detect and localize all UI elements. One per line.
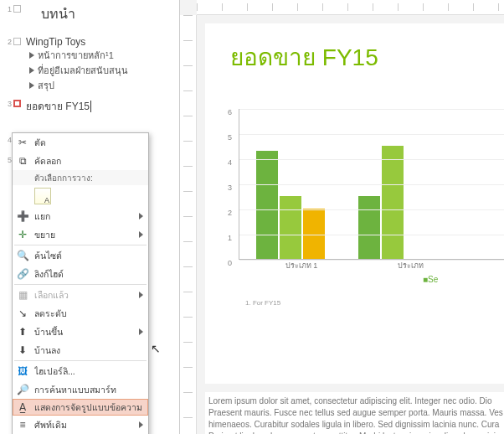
outline-bullet[interactable]: หน้าการขายหลัก¹1 [29, 48, 179, 63]
context-menu: ✂ตัด ⧉คัดลอก ตัวเลือกการวาง: ➕แยก ✛ขยาย … [12, 132, 149, 434]
submenu-arrow-icon [139, 292, 143, 298]
submenu-arrow-icon [139, 328, 143, 335]
chart-bar[interactable] [280, 196, 301, 259]
outline-pane: 1 บทนำ 2 WingTip Toys หน้าการขายหลัก¹1 ท… [0, 0, 180, 434]
outline-bullet[interactable]: สรุป [29, 78, 179, 93]
plus-icon: ➕ [16, 209, 29, 223]
submenu-arrow-icon [139, 213, 143, 220]
menu-selected: ▦เลือกแล้ว [13, 286, 148, 304]
move-down-icon: ⬇ [16, 344, 29, 357]
menu-split[interactable]: ➕แยก [13, 207, 148, 225]
menu-link-hide[interactable]: 🔗ลิงก์ไฮด์ [13, 265, 148, 283]
menu-paste-header: ตัวเลือกการวาง: [13, 170, 148, 185]
vertical-ruler[interactable] [180, 15, 197, 434]
chart-category-label: ประเภท 1 [247, 260, 356, 271]
chart-ytick: 2 [228, 209, 232, 217]
outline-header: บทนำ [41, 3, 179, 24]
hyperlink-icon: 🖼 [16, 364, 29, 378]
menu-hyperlink[interactable]: 🖼ไฮเปอร์ลิ... [13, 362, 148, 380]
search-icon: 🔍 [16, 249, 29, 262]
slide-canvas[interactable]: ยอดขาย FY15 0123456 ประเภท 1 ประเภท ■Se … [205, 23, 504, 384]
demote-icon: ↘ [16, 307, 29, 320]
submenu-arrow-icon [139, 421, 143, 428]
slide-preview-pane: ยอดขาย FY15 0123456 ประเภท 1 ประเภท ■Se … [180, 0, 504, 434]
cut-icon: ✂ [16, 136, 29, 149]
chart-bar[interactable] [256, 151, 278, 259]
chart-legend: ■Se [423, 275, 504, 284]
outline-bullet[interactable]: ที่อยู่อีเมลฝ่ายสนับสนุน [29, 63, 179, 78]
slide-thumbnail-box[interactable] [13, 5, 21, 13]
menu-synonyms[interactable]: ≡ศัพท์เดิม [13, 416, 148, 434]
expand-icon[interactable] [29, 52, 34, 59]
menu-move-up[interactable]: ⬆บ้านขึ้น [13, 323, 148, 341]
notes-text[interactable]: Lorem ipsum dolor sit amet, consectetur … [205, 392, 504, 434]
slide-title-editing[interactable]: ยอดขาย FY15 [26, 101, 91, 112]
expand-plus-icon: ✛ [16, 228, 29, 241]
link-icon: 🔗 [16, 267, 29, 281]
text-format-icon: A̲ [16, 400, 29, 414]
cursor-icon: ↖ [151, 342, 161, 355]
slide-thumbnail-box[interactable] [13, 100, 21, 107]
menu-separator [14, 360, 147, 361]
slide-title[interactable]: WingTip Toys [26, 36, 179, 48]
chart-category-label: ประเภท [356, 260, 465, 271]
chart-ytick: 1 [228, 234, 232, 242]
horizontal-ruler[interactable] [197, 0, 504, 15]
copy-icon: ⧉ [16, 154, 29, 168]
slide-number: 4 [3, 134, 12, 144]
expand-icon[interactable] [29, 82, 34, 89]
grid-icon: ▦ [16, 288, 29, 302]
menu-show-text-formatting[interactable]: A̲แสดงการจัดรูปแบบข้อความ [13, 399, 148, 416]
submenu-arrow-icon [139, 231, 143, 238]
chart-bar[interactable] [303, 209, 325, 259]
menu-cut[interactable]: ✂ตัด [13, 133, 148, 152]
chart-ytick: 5 [228, 133, 232, 142]
paste-keep-text-icon [34, 188, 51, 204]
slide-thumbnail-box[interactable] [13, 38, 21, 45]
menu-move-down[interactable]: ⬇บ้านลง [13, 341, 148, 359]
menu-paste-option[interactable] [13, 185, 148, 207]
chart-ytick: 6 [228, 108, 232, 116]
menu-demote[interactable]: ↘ลดระดับ [13, 304, 148, 323]
chart-footnote: 1. For FY15 [245, 299, 504, 307]
chart-ytick: 3 [228, 183, 232, 192]
slide-title-text[interactable]: ยอดขาย FY15 [230, 39, 504, 75]
menu-separator [14, 245, 147, 245]
menu-expand[interactable]: ✛ขยาย [13, 225, 148, 244]
expand-icon[interactable] [29, 67, 34, 74]
move-up-icon: ⬆ [16, 325, 29, 338]
slide-number: 2 [3, 36, 12, 46]
menu-copy[interactable]: ⧉คัดลอก [13, 152, 148, 170]
chart-ytick: 0 [228, 259, 232, 267]
menu-search-site[interactable]: 🔍ค้นไซต์ [13, 246, 148, 265]
smart-lookup-icon: 🔎 [16, 383, 29, 396]
slide-number: 3 [3, 98, 12, 108]
menu-separator [14, 284, 147, 285]
list-icon: ≡ [16, 418, 29, 431]
slide-number: 1 [3, 3, 12, 13]
chart-bar[interactable] [382, 146, 404, 259]
menu-smart-lookup[interactable]: 🔎การค้นหาแบบสมาร์ท [13, 380, 148, 399]
chart[interactable]: 0123456 ประเภท 1 ประเภท ■Se 1. For FY15 [239, 109, 504, 307]
slide-number: 5 [3, 154, 12, 164]
chart-ytick: 4 [228, 158, 232, 167]
chart-bar[interactable] [358, 196, 380, 259]
